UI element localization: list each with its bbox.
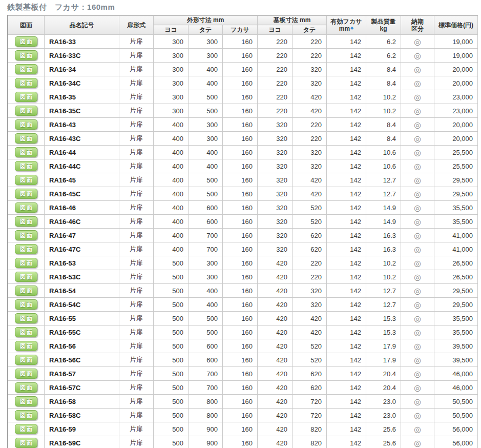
drawing-button[interactable]: 図面 — [15, 410, 37, 420]
drawing-button[interactable]: 図面 — [15, 161, 37, 171]
outer-depth: 160 — [223, 409, 258, 422]
drawing-cell: 図面 — [8, 63, 45, 76]
outer-height: 500 — [189, 104, 223, 118]
drawing-button[interactable]: 図面 — [15, 92, 37, 102]
board-width: 420 — [258, 381, 292, 395]
drawing-button[interactable]: 図面 — [15, 382, 37, 393]
outer-depth: 160 — [223, 325, 258, 339]
drawing-button[interactable]: 図面 — [15, 189, 37, 199]
board-height: 520 — [292, 353, 327, 367]
drawing-button[interactable]: 図面 — [15, 64, 37, 74]
product-code: RA16-58C — [45, 409, 119, 422]
drawing-cell: 図面 — [8, 229, 45, 242]
outer-width: 500 — [154, 409, 189, 422]
drawing-cell: 図面 — [8, 90, 45, 104]
outer-height: 500 — [189, 187, 223, 201]
product-code: RA16-33 — [45, 35, 119, 49]
board-height: 420 — [292, 312, 327, 325]
table-row: 図面RA16-43C片扉4003001603202201428.4◎20,000 — [8, 132, 478, 146]
outer-depth: 160 — [223, 395, 258, 409]
product-code: RA16-47C — [45, 242, 119, 256]
delivery-class-symbol: ◎ — [401, 159, 434, 173]
col-header-delivery: 納期区分 — [401, 16, 434, 35]
drawing-button[interactable]: 図面 — [15, 133, 37, 144]
product-code: RA16-59C — [45, 436, 119, 448]
delivery-class-symbol: ◎ — [401, 132, 434, 146]
drawing-cell: 図面 — [8, 395, 45, 409]
outer-depth: 160 — [223, 381, 258, 395]
drawing-cell: 図面 — [8, 367, 45, 381]
outer-height: 400 — [189, 284, 223, 298]
drawing-button[interactable]: 図面 — [15, 106, 37, 116]
outer-width: 300 — [154, 76, 189, 90]
door-type: 片扉 — [119, 339, 154, 353]
effective-depth: 142 — [327, 132, 366, 146]
drawing-button[interactable]: 図面 — [15, 216, 37, 227]
drawing-button[interactable]: 図面 — [15, 230, 37, 240]
drawing-button[interactable]: 図面 — [15, 313, 37, 323]
drawing-cell: 図面 — [8, 436, 45, 448]
board-height: 620 — [292, 242, 327, 256]
outer-width: 400 — [154, 159, 189, 173]
door-type: 片扉 — [119, 422, 154, 436]
board-width: 320 — [258, 229, 292, 242]
board-width: 320 — [258, 215, 292, 229]
outer-width: 400 — [154, 229, 189, 242]
price: 41,000 — [434, 242, 478, 256]
outer-height: 800 — [189, 409, 223, 422]
drawing-button[interactable]: 図面 — [15, 327, 37, 337]
board-height: 320 — [292, 284, 327, 298]
drawing-cell: 図面 — [8, 381, 45, 395]
price: 25,500 — [434, 146, 478, 159]
drawing-button[interactable]: 図面 — [15, 202, 37, 213]
outer-width: 300 — [154, 63, 189, 76]
price: 50,500 — [434, 395, 478, 409]
product-code: RA16-53 — [45, 256, 119, 270]
board-height: 720 — [292, 395, 327, 409]
outer-width: 300 — [154, 49, 189, 63]
weight: 12.7 — [366, 173, 401, 187]
outer-height: 300 — [189, 132, 223, 146]
drawing-button[interactable]: 図面 — [15, 244, 37, 254]
board-width: 420 — [258, 339, 292, 353]
drawing-button[interactable]: 図面 — [15, 341, 37, 351]
door-type: 片扉 — [119, 242, 154, 256]
product-code: RA16-43C — [45, 132, 119, 146]
delivery-class-symbol: ◎ — [401, 436, 434, 448]
drawing-cell: 図面 — [8, 339, 45, 353]
product-code: RA16-45C — [45, 187, 119, 201]
drawing-button[interactable]: 図面 — [15, 119, 37, 130]
delivery-class-symbol: ◎ — [401, 256, 434, 270]
drawing-button[interactable]: 図面 — [15, 355, 37, 365]
drawing-button[interactable]: 図面 — [15, 147, 37, 157]
drawing-button[interactable]: 図面 — [15, 299, 37, 310]
outer-width: 500 — [154, 339, 189, 353]
delivery-class-symbol: ◎ — [401, 422, 434, 436]
weight: 16.3 — [366, 242, 401, 256]
outer-depth: 160 — [223, 229, 258, 242]
drawing-button[interactable]: 図面 — [15, 424, 37, 434]
drawing-cell: 図面 — [8, 132, 45, 146]
drawing-button[interactable]: 図面 — [15, 369, 37, 379]
drawing-button[interactable]: 図面 — [15, 175, 37, 185]
drawing-button[interactable]: 図面 — [15, 258, 37, 268]
effective-depth: 142 — [327, 284, 366, 298]
door-type: 片扉 — [119, 118, 154, 132]
weight: 25.6 — [366, 436, 401, 448]
outer-depth: 160 — [223, 159, 258, 173]
outer-height: 400 — [189, 298, 223, 312]
delivery-class-symbol: ◎ — [401, 173, 434, 187]
board-width: 420 — [258, 436, 292, 448]
drawing-button[interactable]: 図面 — [15, 36, 37, 47]
drawing-button[interactable]: 図面 — [15, 286, 37, 296]
delivery-class-symbol: ◎ — [401, 146, 434, 159]
drawing-cell: 図面 — [8, 49, 45, 63]
table-row: 図面RA16-58C片扉50080016042072014223.0◎50,50… — [8, 409, 478, 422]
drawing-button[interactable]: 図面 — [15, 438, 37, 448]
drawing-button[interactable]: 図面 — [15, 50, 37, 60]
drawing-button[interactable]: 図面 — [15, 272, 37, 282]
board-width: 420 — [258, 284, 292, 298]
drawing-button[interactable]: 図面 — [15, 396, 37, 406]
board-width: 420 — [258, 422, 292, 436]
drawing-button[interactable]: 図面 — [15, 78, 37, 88]
